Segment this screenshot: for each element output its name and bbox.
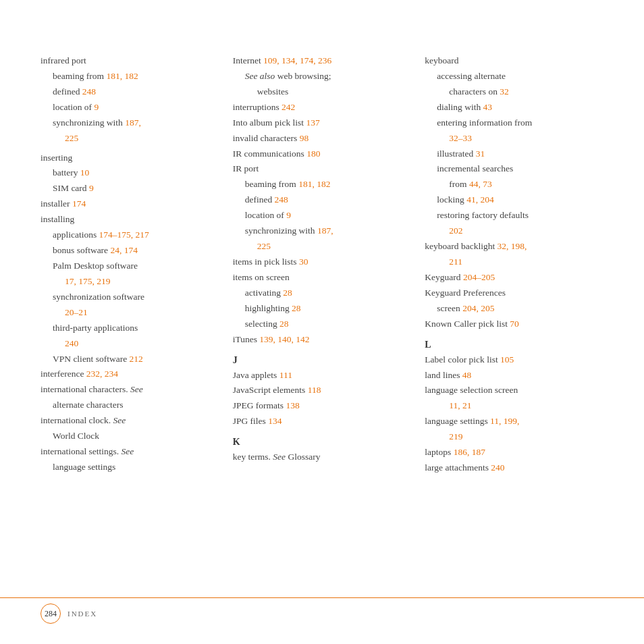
list-item: items on screen [233,271,412,285]
list-item: IR port [233,162,412,176]
list-item: installing [41,213,219,227]
list-item: synchronizing with 187, [41,116,219,130]
list-item: installer 174 [41,197,219,211]
list-item: infrared port [41,54,219,68]
list-item: JPG files 134 [233,414,412,429]
list-item: 225 [233,240,412,254]
list-item: 17, 175, 219 [41,275,219,289]
list-item: beaming from 181, 182 [41,70,219,84]
list-item: interference 232, 234 [41,367,219,381]
list-item: World Clock [41,429,219,444]
list-item: 32–33 [425,132,603,146]
list-item: activating 28 [233,286,412,300]
section-header-k: K [233,437,412,448]
list-item: SIM card 9 [41,182,219,196]
list-item: VPN client software 212 [41,352,219,367]
list-item: iTunes 139, 140, 142 [233,333,412,347]
list-item: alternate characters [41,398,219,412]
list-item: highlighting 28 [233,302,412,316]
index-content: infrared port beaming from 181, 182 defi… [41,54,603,477]
list-item: websites [233,85,412,99]
list-item: applications 174–175, 217 [41,228,219,242]
list-item: large attachments 240 [425,461,603,475]
section-header-l: L [425,340,603,350]
list-item: Into album pick list 137 [233,116,412,130]
list-item: language settings 11, 199, [425,414,603,429]
list-item: entering information from [425,116,603,130]
list-item: international characters. See [41,383,219,397]
list-item: synchronizing with 187, [233,224,412,238]
list-item: 219 [425,430,603,444]
list-item: defined 248 [41,85,219,99]
list-item: 202 [425,224,603,238]
list-item: laptops 186, 187 [425,446,603,460]
list-item: screen 204, 205 [425,302,603,316]
list-item: See also web browsing; [233,70,412,84]
list-item: 225 [41,132,219,146]
list-item: keyboard backlight 32, 198, [425,240,603,254]
list-item: from 44, 73 [425,178,603,192]
list-item: dialing with 43 [425,101,603,115]
list-item: Keyguard 204–205 [425,271,603,285]
column-3: keyboard accessing alternate characters … [425,54,603,477]
list-item: inserting [41,151,219,165]
list-item: battery 10 [41,166,219,180]
list-item: Internet 109, 134, 174, 236 [233,54,412,68]
list-item: key terms. See Glossary [233,450,412,464]
list-item: location of 9 [233,209,412,223]
list-item: Java applets 111 [233,369,412,383]
list-item: invalid characters 98 [233,132,412,146]
list-item: keyboard [425,54,603,68]
list-item: selecting 28 [233,317,412,331]
list-item: items in pick lists 30 [233,255,412,269]
list-item: locking 41, 204 [425,193,603,207]
list-item: JPEG formats 138 [233,399,412,413]
list-item: international clock. See [41,414,219,428]
list-item: synchronization software [41,290,219,304]
column-1: infrared port beaming from 181, 182 defi… [41,54,233,477]
list-item: illustrated 31 [425,147,603,161]
page: infrared port beaming from 181, 182 defi… [0,0,644,644]
list-item: language settings [41,460,219,475]
list-item: incremental searches [425,162,603,176]
list-item: beaming from 181, 182 [233,178,412,192]
list-item: characters on 32 [425,85,603,99]
list-item: JavaScript elements 118 [233,383,412,398]
list-item: accessing alternate [425,70,603,84]
footer-label: INDEX [68,610,97,618]
list-item: restoring factory defaults [425,209,603,223]
list-item: 11, 21 [425,399,603,413]
column-2: Internet 109, 134, 174, 236 See also web… [233,54,425,477]
list-item: location of 9 [41,101,219,115]
list-item: Known Caller pick list 70 [425,317,603,331]
list-item: language selection screen [425,383,603,398]
list-item: land lines 48 [425,369,603,383]
list-item: 211 [425,255,603,269]
list-item: interruptions 242 [233,101,412,115]
list-item: Palm Desktop software [41,259,219,273]
list-item: 20–21 [41,306,219,320]
page-footer: 284 INDEX [0,597,644,624]
list-item: IR communications 180 [233,147,412,161]
page-number: 284 [41,603,61,624]
list-item: defined 248 [233,193,412,207]
list-item: Label color pick list 105 [425,353,603,367]
list-item: Keyguard Preferences [425,286,603,300]
list-item: third-party applications [41,321,219,336]
list-item: bonus software 24, 174 [41,244,219,258]
list-item: 240 [41,337,219,351]
list-item: international settings. See [41,445,219,459]
section-header-j: J [233,355,412,366]
